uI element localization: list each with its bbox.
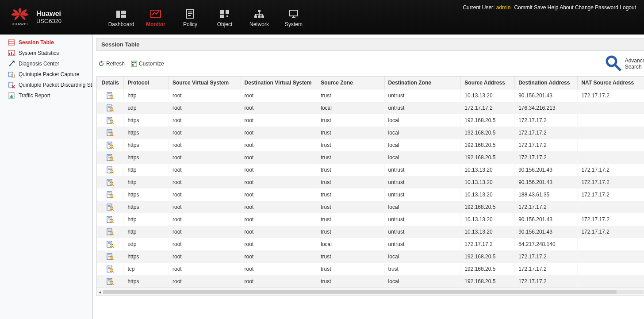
col-protocol[interactable]: Protocol xyxy=(124,77,169,89)
svg-rect-35 xyxy=(8,83,13,87)
svs-cell: root xyxy=(169,250,241,263)
scroll-thumb[interactable] xyxy=(103,290,617,294)
nav-object[interactable]: Object xyxy=(207,5,242,29)
toplink-logout[interactable]: Logout xyxy=(620,4,636,11)
toplink-about[interactable]: About xyxy=(560,4,573,11)
advanced-search-button[interactable]: Advanced Search xyxy=(605,54,644,73)
nat-src-cell xyxy=(578,250,644,263)
protocol-cell: https xyxy=(124,201,169,213)
col-source-virtual-system[interactable]: Source Virtual System xyxy=(169,77,241,89)
src-addr-cell: 172.17.17.2 xyxy=(461,102,515,114)
table-row: httpsrootroottrustlocal192.168.20.5172.1… xyxy=(97,151,644,164)
toplink-save[interactable]: Save xyxy=(534,4,546,11)
details-cell[interactable] xyxy=(97,238,124,250)
details-cell[interactable] xyxy=(97,164,124,176)
svs-cell: root xyxy=(169,89,241,102)
details-cell[interactable] xyxy=(97,226,124,238)
svg-line-82 xyxy=(113,173,114,174)
details-cell[interactable] xyxy=(97,89,124,102)
system-icon xyxy=(288,9,299,19)
horizontal-scrollbar[interactable]: ◂ ▸ xyxy=(96,288,644,296)
toplink-commit[interactable]: Commit xyxy=(514,4,532,11)
svs-cell: root xyxy=(169,164,241,176)
scroll-left-arrow[interactable]: ◂ xyxy=(97,288,103,296)
nav-policy[interactable]: Policy xyxy=(173,5,207,29)
details-cell[interactable] xyxy=(97,201,124,213)
scroll-track[interactable] xyxy=(103,290,644,294)
dvs-cell: root xyxy=(241,114,317,127)
table-row: httprootroottrustuntrust10.13.13.2090.15… xyxy=(97,176,644,188)
sidebar-diagnosis-center[interactable]: Diagnosis Center xyxy=(0,58,92,69)
table-container: DetailsProtocolSource Virtual SystemDest… xyxy=(96,76,644,288)
toplink-change-password[interactable]: Change Password xyxy=(575,4,618,11)
details-cell[interactable] xyxy=(97,275,124,288)
sidebar-quintuple-packet-discarding-statistics[interactable]: Quintuple Packet Discarding Statistics xyxy=(0,80,92,90)
dst-addr-cell: 90.156.201.43 xyxy=(515,213,578,226)
svg-rect-39 xyxy=(10,96,11,98)
svg-line-62 xyxy=(113,123,114,124)
svg-rect-43 xyxy=(132,61,134,63)
details-cell[interactable] xyxy=(97,176,124,188)
src-addr-cell: 192.168.20.5 xyxy=(461,151,515,164)
col-destination-zone[interactable]: Destination Zone xyxy=(384,77,461,89)
svg-rect-29 xyxy=(11,52,12,55)
svg-line-122 xyxy=(113,272,114,273)
svg-point-96 xyxy=(110,207,113,210)
svg-rect-40 xyxy=(11,95,12,98)
dst-zone-cell: untrust xyxy=(384,213,461,226)
svg-rect-8 xyxy=(220,10,224,14)
sidebar-session-table[interactable]: Session Table xyxy=(0,37,92,48)
dst-zone-cell: local xyxy=(384,127,461,139)
details-cell[interactable] xyxy=(97,139,124,151)
nav-system[interactable]: System xyxy=(276,5,311,29)
col-destination-virtual-system[interactable]: Destination Virtual System xyxy=(241,77,317,89)
dvs-cell: root xyxy=(241,263,317,275)
dvs-cell: root xyxy=(241,188,317,201)
nat-src-cell xyxy=(578,275,644,288)
dvs-cell: root xyxy=(241,127,317,139)
sidebar-system-statistics[interactable]: System Statistics xyxy=(0,48,92,58)
svg-point-76 xyxy=(110,158,113,161)
details-cell[interactable] xyxy=(97,188,124,201)
nav-dashboard[interactable]: Dashboard xyxy=(104,5,138,29)
details-cell[interactable] xyxy=(97,250,124,263)
details-cell[interactable] xyxy=(97,114,124,127)
svg-line-52 xyxy=(113,98,114,100)
dst-zone-cell: untrust xyxy=(384,188,461,201)
dvs-cell: root xyxy=(241,238,317,250)
monitor-icon xyxy=(150,9,161,19)
col-details[interactable]: Details xyxy=(97,77,124,89)
object-icon xyxy=(219,9,230,19)
dvs-cell: root xyxy=(241,226,317,238)
src-addr-cell: 10.13.13.20 xyxy=(461,213,515,226)
src-zone-cell: trust xyxy=(317,164,384,176)
toplink-help[interactable]: Help xyxy=(548,4,559,11)
details-cell[interactable] xyxy=(97,102,124,114)
layout: Session TableSystem StatisticsDiagnosis … xyxy=(0,35,644,319)
details-cell[interactable] xyxy=(97,263,124,275)
nat-src-cell xyxy=(578,201,644,213)
sidebar-traffic-report[interactable]: Traffic Report xyxy=(0,90,92,101)
col-source-zone[interactable]: Source Zone xyxy=(317,77,384,89)
dst-zone-cell: untrust xyxy=(384,102,461,114)
nav-network[interactable]: Network xyxy=(242,5,276,29)
svg-rect-28 xyxy=(9,53,10,55)
svg-rect-21 xyxy=(290,10,298,16)
svs-cell: root xyxy=(169,114,241,127)
col-destination-address[interactable]: Destination Address xyxy=(515,77,578,89)
svs-cell: root xyxy=(169,151,241,164)
svg-point-71 xyxy=(110,145,113,148)
svg-line-112 xyxy=(113,247,114,248)
protocol-cell: https xyxy=(124,250,169,263)
details-cell[interactable] xyxy=(97,151,124,164)
refresh-button[interactable]: Refresh xyxy=(98,61,125,67)
svg-rect-2 xyxy=(121,15,126,18)
col-nat-source-address[interactable]: NAT Source Address xyxy=(578,77,644,89)
nav-monitor[interactable]: Monitor xyxy=(138,5,173,29)
refresh-icon xyxy=(98,61,104,67)
customize-button[interactable]: Customize xyxy=(131,61,164,67)
col-source-address[interactable]: Source Address xyxy=(461,77,515,89)
details-cell[interactable] xyxy=(97,127,124,139)
details-cell[interactable] xyxy=(97,213,124,226)
sidebar-quintuple-packet-capture[interactable]: Quintuple Packet Capture xyxy=(0,69,92,80)
